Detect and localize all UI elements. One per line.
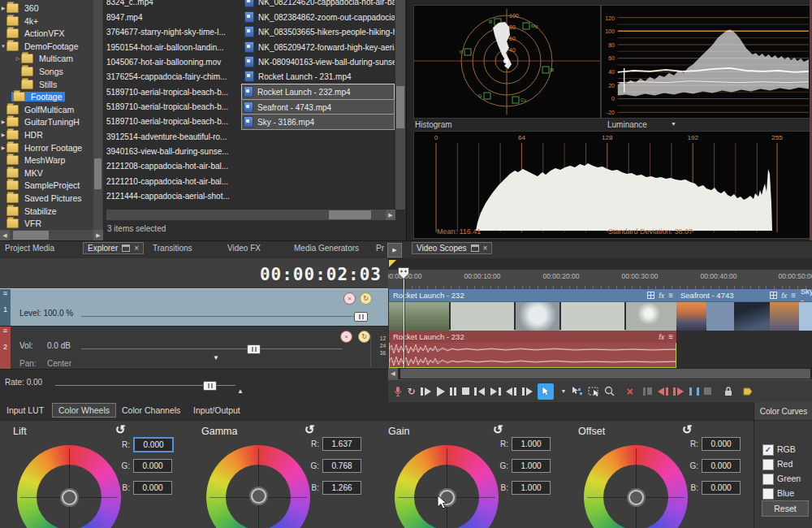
- close-icon[interactable]: ×: [134, 245, 139, 253]
- gain-r-field[interactable]: 1.000: [512, 437, 551, 451]
- playhead-line[interactable]: [404, 268, 404, 368]
- event-fx-icon[interactable]: fx: [781, 292, 787, 300]
- go-to-start-button[interactable]: [474, 382, 485, 401]
- tree-item-demofootage[interactable]: ▼DemoFootage: [0, 40, 103, 52]
- level-slider[interactable]: [81, 316, 367, 317]
- wheel-knob-lift[interactable]: [62, 490, 77, 505]
- tree-item-hdr[interactable]: ▶HDR: [0, 128, 103, 141]
- tree-horizontal-scrollbar[interactable]: ◀ ▶: [0, 230, 103, 240]
- expand-down-icon[interactable]: ▼: [0, 44, 6, 49]
- list-item-selected[interactable]: Rocket Launch - 232.mp4: [241, 84, 395, 100]
- track-restore-icon[interactable]: ↻: [358, 331, 370, 343]
- loop-flag-icon[interactable]: [389, 260, 396, 267]
- offset-b-field[interactable]: 0.000: [702, 481, 741, 495]
- pan-center-icon[interactable]: ▼: [213, 354, 219, 361]
- list-item-selected[interactable]: Sky - 3186.mp4: [241, 114, 395, 130]
- scroll-left-icon[interactable]: ◀: [388, 368, 398, 379]
- list-item[interactable]: 2121210-cappadocia-hot-air-bal...: [106, 174, 240, 188]
- list-item[interactable]: 3940163-view-ball-during-sunse...: [106, 144, 240, 158]
- event-fx-icon[interactable]: fx: [659, 292, 664, 300]
- tab-overflow-icon[interactable]: ▶: [387, 243, 402, 258]
- reset-icon[interactable]: ↺: [115, 422, 126, 437]
- clip-menu-icon[interactable]: ≡: [668, 291, 673, 300]
- reset-icon[interactable]: ↺: [304, 422, 315, 437]
- list-item[interactable]: 5189710-aerial-tropical-beach-b...: [106, 84, 240, 99]
- green-checkbox[interactable]: [762, 474, 774, 485]
- track-mute-icon[interactable]: ×: [340, 331, 352, 343]
- tree-item-360[interactable]: ▶360: [0, 2, 103, 14]
- list-item[interactable]: 5189710-aerial-tropical-beach-b...: [106, 99, 240, 114]
- list-item[interactable]: 3912514-adventure-beautiful-ro...: [106, 129, 240, 144]
- clip-header[interactable]: Rocket Launch - 232 fx ≡: [389, 331, 676, 343]
- tree-item-4k[interactable]: 4k+: [0, 15, 103, 27]
- list-item[interactable]: 8324_c..mp4: [106, 0, 240, 9]
- tab-video-scopes[interactable]: Video Scopes×: [412, 242, 492, 254]
- audio-clip-rocket[interactable]: Rocket Launch - 232 fx ≡: [389, 331, 676, 368]
- loop-playback-button[interactable]: ↻: [408, 382, 416, 401]
- vol-slider[interactable]: [81, 348, 343, 349]
- next-frame-button[interactable]: [522, 382, 533, 401]
- previous-frame-button[interactable]: [506, 382, 516, 401]
- curves-reset-button[interactable]: Reset: [762, 500, 809, 517]
- tab-explorer[interactable]: Explorer×: [83, 242, 144, 254]
- tool-dropdown-icon[interactable]: ▼: [561, 382, 567, 401]
- scrollbar-thumb[interactable]: [396, 86, 404, 128]
- tree-vertical-scrollbar[interactable]: [93, 0, 102, 230]
- tab-color-channels[interactable]: Color Channels: [122, 405, 180, 415]
- filelist-horizontal-scrollbar[interactable]: ▶: [106, 210, 395, 220]
- rate-label[interactable]: Rate: 0.00: [5, 378, 42, 387]
- trim-end-button[interactable]: [673, 382, 684, 401]
- timecode-display[interactable]: 00:00:02:03: [260, 265, 382, 284]
- list-item[interactable]: NK_083503665-hikers-people-hiking-h...: [243, 24, 395, 39]
- pan-crop-icon[interactable]: [770, 292, 777, 299]
- lift-g-field[interactable]: 0.000: [133, 459, 172, 473]
- track-restore-icon[interactable]: ↻: [360, 292, 372, 305]
- clip-header[interactable]: Rocket Launch - 232 fx ≡: [389, 289, 676, 302]
- tab-project-media[interactable]: Project Media: [5, 244, 54, 253]
- vol-slider-handle[interactable]: [247, 344, 261, 354]
- vol-value[interactable]: 0.0 dB: [47, 341, 71, 350]
- float-window-icon[interactable]: [122, 245, 130, 252]
- video-clip-seafront[interactable]: Seafront - 4743 fx ≡: [676, 289, 799, 331]
- rate-up-icon[interactable]: ▲: [237, 387, 244, 395]
- list-item[interactable]: NK_082124620-cappadocia-hot-air-bal...: [243, 0, 395, 9]
- gamma-b-field[interactable]: 1.266: [322, 481, 361, 495]
- list-item[interactable]: 3176254-cappadocia-fairy-chim...: [106, 69, 240, 84]
- event-fx-icon[interactable]: fx: [659, 333, 664, 341]
- lock-button[interactable]: [723, 382, 733, 401]
- tab-overflow-clipped[interactable]: Pr: [376, 244, 384, 253]
- track-mute-icon[interactable]: ×: [343, 292, 356, 305]
- pan-value[interactable]: Center: [47, 359, 71, 368]
- list-item[interactable]: NK-080940163-view-ball-during-sunse...: [243, 54, 395, 69]
- list-item[interactable]: 3764677-starry-night-sky-time-l...: [106, 24, 240, 39]
- reset-icon[interactable]: ↺: [682, 422, 693, 437]
- pause-button[interactable]: [450, 382, 456, 401]
- list-item-selected[interactable]: Seafront - 4743.mp4: [241, 99, 395, 115]
- waveform-mode-select[interactable]: Luminance: [607, 120, 647, 129]
- delete-button[interactable]: ×: [627, 382, 633, 401]
- gamma-g-field[interactable]: 0.768: [322, 459, 361, 473]
- list-item[interactable]: NK_085209472-forward-high-key-aeria...: [243, 40, 395, 54]
- pan-crop-icon[interactable]: [647, 292, 654, 299]
- audio-track-header[interactable]: ≡ 2 × ↻ Vol: 0.0 dB ▼ Pan: Center 12 24 …: [0, 326, 388, 370]
- playhead-marker[interactable]: [398, 267, 409, 279]
- expand-right-icon[interactable]: ▶: [0, 145, 6, 150]
- list-item[interactable]: Rocket Launch - 231.mp4: [243, 69, 395, 84]
- filelist-vertical-scrollbar[interactable]: [395, 0, 405, 210]
- blue-checkbox[interactable]: [762, 488, 774, 500]
- normal-edit-tool-button[interactable]: [538, 383, 554, 400]
- rate-slider-handle[interactable]: [203, 381, 217, 391]
- lift-r-field[interactable]: 0.000: [133, 437, 174, 452]
- tab-input-output[interactable]: Input/Output: [193, 405, 240, 415]
- tab-color-wheels[interactable]: Color Wheels: [52, 403, 116, 418]
- tree-item-actionvfx[interactable]: ActionVFX: [0, 27, 103, 39]
- list-item[interactable]: 2121444-cappadocia-aerial-shot...: [106, 188, 240, 203]
- gamma-r-field[interactable]: 1.637: [322, 437, 361, 451]
- zoom-tool-button[interactable]: [604, 382, 615, 401]
- scroll-left-icon[interactable]: ◀: [0, 230, 10, 240]
- clip-menu-icon[interactable]: ≡: [791, 291, 796, 300]
- trim-start-button[interactable]: [658, 382, 668, 401]
- video-clip-rocket[interactable]: Rocket Launch - 232 fx ≡: [389, 289, 676, 331]
- float-window-icon[interactable]: [471, 245, 479, 252]
- expand-right-icon[interactable]: ▶: [0, 5, 6, 11]
